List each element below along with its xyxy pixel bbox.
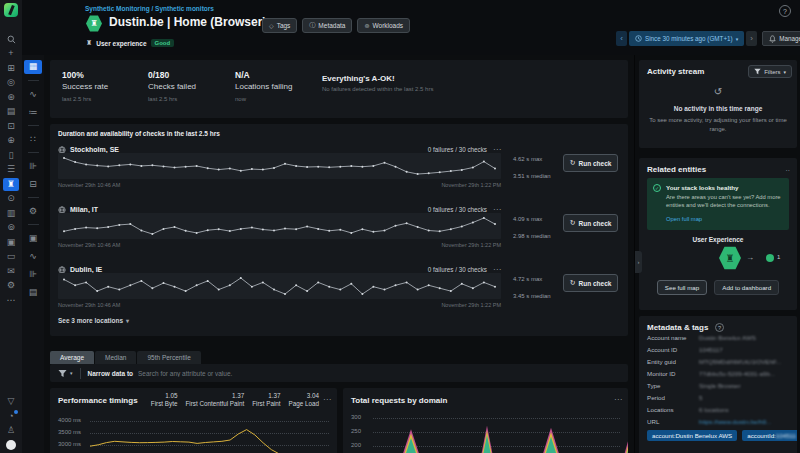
apps-grid-icon[interactable]: ⊞ [3,62,19,75]
http-checks-icon[interactable]: ▣ [25,232,41,245]
create-icon[interactable]: + [3,47,19,60]
run-check-button[interactable]: ↻Run check [563,214,618,232]
notifications-icon[interactable]: ◔ [3,410,19,423]
more-icon[interactable]: .. [786,164,790,173]
user-avatar-icon[interactable] [3,439,19,452]
availability-icon[interactable]: ⊪ [25,160,41,173]
entity-dot-icon[interactable] [766,254,774,262]
metadata-button[interactable]: ⓘMetadata [302,18,352,33]
tags-button[interactable]: ◇Tags [262,18,297,33]
waterfall-icon[interactable]: ∿ [25,250,41,263]
location-name[interactable]: Dublin, IE [70,266,102,273]
services-icon[interactable]: ⊛ [3,91,19,104]
privacy-icon[interactable]: ▽ [3,395,19,408]
more-icon[interactable]: ⋯ [3,294,19,307]
manage-alerts-button[interactable]: Manage alerts [762,31,800,46]
open-full-map-link[interactable]: Open full map [666,216,702,222]
rail-divider [28,125,39,126]
web-icon[interactable]: ⊕ [3,134,19,147]
releases-icon[interactable]: ▣ [3,236,19,249]
entity-count: 1 [777,254,780,260]
mobile-icon[interactable]: ▭ [3,250,19,263]
chevron-down-icon[interactable]: ▾ [70,370,73,376]
metadata-label: Locations [647,406,674,413]
metadata-value: 77dbbc5c-5209-4031-a9b... [699,370,775,377]
tag-chip[interactable]: accountId:104511 [742,430,797,441]
inbox-icon[interactable]: ✉ [3,265,19,278]
metadata-label: Account name [647,334,687,341]
activity-empty-title: No activity in this time range [639,105,797,112]
max-duration: 4.62 s max [513,156,542,162]
synthetic-monitor-page: { "header": { "breadcrumb": "Synthetic M… [0,0,800,453]
check-duration-chart[interactable] [58,153,501,179]
filter-funnel-icon [754,68,761,75]
rail-divider [28,224,39,225]
requests-area-chart[interactable] [343,388,628,453]
synthetic-hexagon-icon[interactable]: ♜ [719,246,741,270]
events-timeline-icon[interactable]: ≔ [25,106,41,119]
help-icon[interactable]: ? [779,5,791,17]
filter-funnel-icon[interactable] [58,369,67,378]
check-duration-chart[interactable] [58,213,501,239]
smartscape-icon[interactable]: ◎ [3,76,19,89]
locations-card: Duration and availability of checks in t… [50,124,628,336]
hotspots-icon[interactable]: ∷ [25,133,41,146]
metadata-value: 1045117 [699,346,723,353]
see-more-locations-link[interactable]: See 3 more locations▾ [58,317,129,324]
timeframe-selector[interactable]: Since 30 minutes ago (GMT+1) ▾ [629,31,744,46]
docs-icon[interactable]: ▥ [3,207,19,220]
metadata-row: Locations6 locations [647,406,793,418]
metadata-tags-title: Metadata & tags [647,323,708,332]
location-name[interactable]: Milan, IT [70,206,98,213]
hub-icon[interactable]: ⊚ [3,221,19,234]
synthetic-icon[interactable]: ♜ [3,178,19,191]
logs-icon[interactable]: ☰ [3,163,19,176]
metadata-value[interactable]: https://www.dustin.be/h0... [699,418,771,425]
metrics-icon[interactable]: ⊪ [25,268,41,281]
tab-median[interactable]: Median [95,351,136,364]
filters-button[interactable]: Filters▾ [748,65,792,78]
timeframe-back-button[interactable]: ‹ [616,31,627,46]
see-full-map-button[interactable]: See full map [657,280,707,295]
summary-icon[interactable]: ▦ [24,60,42,74]
performance-analysis-icon[interactable]: ∿ [25,88,41,101]
check-duration-chart[interactable] [58,273,501,299]
chevron-down-icon: ▾ [126,318,129,324]
tag-chips: account:Dustin Benelux AWSaccountId:1045… [647,430,797,441]
performance-line-chart[interactable] [50,388,337,453]
metadata-row: Monitor ID77dbbc5c-5209-4031-a9b... [647,370,793,382]
tab-average[interactable]: Average [50,351,94,364]
monitor-avatar-hexagon-icon: ♜ [86,15,102,32]
search-icon[interactable] [3,33,19,46]
metadata-label: Entity guid [647,358,676,365]
run-check-button[interactable]: ↻Run check [563,274,618,292]
account-icon[interactable]: ♙ [3,424,19,437]
location-name[interactable]: Stockholm, SE [70,146,119,153]
settings-icon[interactable]: ⚙ [3,279,19,292]
median-duration: 3.45 s median [513,293,551,299]
reports-icon[interactable]: ▯ [3,149,19,162]
tab-95th-percentile[interactable]: 95th Percentile [137,351,200,364]
timeframe-forward-button[interactable]: › [746,31,757,46]
dynatrace-logo-icon[interactable] [4,3,18,17]
run-check-button[interactable]: ↻Run check [563,154,618,172]
add-to-dashboard-button[interactable]: Add to dashboard [714,280,779,295]
report-icon[interactable]: ▤ [25,286,41,299]
healthy-body: Are there areas you can't see yet? Add m… [666,193,784,210]
monitor-title[interactable]: Dustin.be | Home (Browser) [109,15,266,29]
recorded-clickpath-icon[interactable]: ⊟ [25,178,41,191]
problems-icon[interactable]: ⊙ [3,192,19,205]
breadcrumb[interactable]: Synthetic Monitoring / Synthetic monitor… [85,5,214,12]
workloads-button[interactable]: ⊚Workloads [357,18,410,33]
narrow-data-input[interactable] [138,370,620,377]
session-replay-icon[interactable]: ⊡ [3,120,19,133]
frontend-icon[interactable]: ▤ [3,105,19,118]
help-icon[interactable]: ? [715,323,724,332]
tag-chip[interactable]: account:Dustin Benelux AWS [647,430,737,441]
metadata-label: Monitor ID [647,370,676,377]
panel-collapse-handle[interactable]: › [635,251,642,273]
metadata-label: Period [647,394,665,401]
related-entities-title: Related entities [647,165,706,174]
header-buttons: ◇Tags ⓘMetadata ⊚Workloads [262,18,410,33]
monitor-settings-icon[interactable]: ⚙ [25,205,41,218]
